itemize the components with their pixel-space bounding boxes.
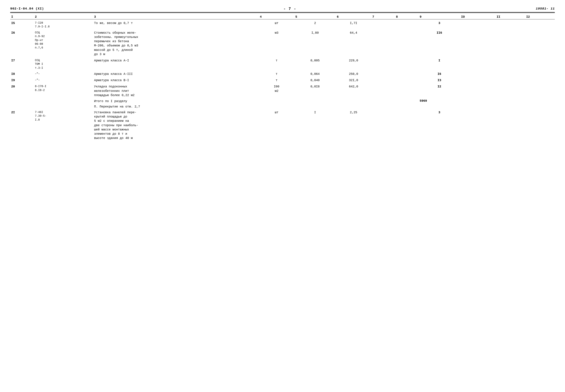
row-price: 642,0 xyxy=(336,83,371,98)
top-divider xyxy=(10,12,555,13)
row-col8 xyxy=(395,77,419,83)
row-col11 xyxy=(495,57,525,70)
row-qty: I xyxy=(294,109,336,141)
row-col10 xyxy=(460,109,495,141)
row-col9: I xyxy=(419,57,460,70)
section-desc: П. Перекрытие на отм. 2,7 xyxy=(93,104,555,109)
table-row: I5 7-I287.9-I-I.8 То же, весом до 0,7 т … xyxy=(10,19,555,29)
row-col7 xyxy=(371,109,395,141)
table-row: I9 –"– Арматура класса В-I т 0,040 32I,0… xyxy=(10,77,555,83)
page-header: 902-I-84.84 (XI) - 7 - 19581- 11 xyxy=(10,7,555,11)
row-price: 250,0 xyxy=(336,70,371,77)
row-qty: 0,0I8 xyxy=(294,83,336,98)
row-col9: I3 xyxy=(419,77,460,83)
row-col12 xyxy=(525,83,555,98)
row-col7 xyxy=(371,19,395,29)
row-col12 xyxy=(525,57,555,70)
subtotal-col10 xyxy=(460,98,495,104)
row-col8 xyxy=(395,57,419,70)
row-number: I8 xyxy=(10,70,34,77)
row-col8 xyxy=(395,19,419,29)
row-price: 64,4 xyxy=(336,29,371,57)
row-col9: 3 xyxy=(419,19,460,29)
table-row: 2I 7-46I7.39-5-I.8 Установка панелей пер… xyxy=(10,109,555,141)
row-ref: 7-I287.9-I-I.8 xyxy=(34,19,93,29)
row-col10 xyxy=(460,29,495,57)
row-price: I,7I xyxy=(336,19,371,29)
subtotal-price xyxy=(336,98,371,104)
row-unit: т xyxy=(259,70,294,77)
row-qty: 0,064 xyxy=(294,70,336,77)
table-row: I6 ССЦп.9-92Пр-нт06-08п.7,6 Стоимость об… xyxy=(10,29,555,57)
col-header-2: 2 xyxy=(34,14,93,19)
row-unit: т xyxy=(259,77,294,83)
col-header-12: I2 xyxy=(525,14,555,19)
row-ref: ССЦТОМ Iт.3-I xyxy=(34,57,93,70)
row-col7 xyxy=(371,77,395,83)
row-ref: –"– xyxy=(34,70,93,77)
doc-id: 19581- 11 xyxy=(536,7,555,11)
row-description: Арматура класса В-I xyxy=(93,77,259,83)
row-unit: м3 xyxy=(259,29,294,57)
col-header-8: 8 xyxy=(395,14,419,19)
row-col7 xyxy=(371,57,395,70)
row-col8 xyxy=(395,109,419,141)
row-qty: I,80 xyxy=(294,29,336,57)
row-number: 20 xyxy=(10,83,34,98)
row-number: I5 xyxy=(10,19,34,29)
row-col11 xyxy=(495,77,525,83)
row-col12 xyxy=(525,109,555,141)
row-col12 xyxy=(525,70,555,77)
page-number: - 7 - xyxy=(283,7,296,11)
row-col12 xyxy=(525,19,555,29)
row-col10 xyxy=(460,57,495,70)
subtotal-unit xyxy=(259,98,294,104)
subtotal-col12 xyxy=(525,98,555,104)
subtotal-num xyxy=(10,98,34,104)
row-col10 xyxy=(460,83,495,98)
row-ref: ССЦп.9-92Пр-нт06-08п.7,6 xyxy=(34,29,93,57)
row-price: 32I,0 xyxy=(336,77,371,83)
row-ref: 8-I78-I8.I8-2 xyxy=(34,83,93,98)
table-row: I8 –"– Арматура класса А-III т 0,064 250… xyxy=(10,70,555,77)
table-row: 20 8-I78-I8.I8-2 Укладка подоконныхжелез… xyxy=(10,83,555,98)
row-ref: –"– xyxy=(34,77,93,83)
row-description: Укладка подоконныхжелезобетонних плитпло… xyxy=(93,83,259,98)
row-unit: шт xyxy=(259,19,294,29)
row-col9: I6 xyxy=(419,70,460,77)
section-title-row: П. Перекрытие на отм. 2,7 xyxy=(10,104,555,109)
row-col7 xyxy=(371,70,395,77)
row-col7 xyxy=(371,83,395,98)
col-header-1: I xyxy=(10,14,34,19)
row-price: 2,25 xyxy=(336,109,371,141)
row-col9: I2 xyxy=(419,83,460,98)
row-col11 xyxy=(495,29,525,57)
section-ref xyxy=(34,104,93,109)
col-header-4: 4 xyxy=(259,14,294,19)
row-col11 xyxy=(495,83,525,98)
row-description: Арматура класса А-I xyxy=(93,57,259,70)
row-col10 xyxy=(460,77,495,83)
main-table: I 2 3 4 5 6 7 8 9 IO II I2 I5 7-I287.9-I… xyxy=(10,14,555,141)
subtotal-row: Итого по I разделу 5969 xyxy=(10,98,555,104)
doc-number: 902-I-84.84 (XI) xyxy=(10,7,44,11)
row-col10 xyxy=(460,70,495,77)
row-col12 xyxy=(525,29,555,57)
col-header-10: IO xyxy=(460,14,495,19)
row-qty: 2 xyxy=(294,19,336,29)
col-header-5: 5 xyxy=(294,14,336,19)
table-row: I7 ССЦТОМ Iт.3-I Арматура класса А-I т 0… xyxy=(10,57,555,70)
row-description: Стоимость оборных желе-зобетонны. прямоу… xyxy=(93,29,259,57)
col-header-9: 9 xyxy=(419,14,460,19)
row-col8 xyxy=(395,70,419,77)
row-number: I7 xyxy=(10,57,34,70)
row-qty: 0,040 xyxy=(294,77,336,83)
subtotal-col11 xyxy=(495,98,525,104)
subtotal-desc: Итого по I разделу xyxy=(93,98,259,104)
row-ref: 7-46I7.39-5-I.8 xyxy=(34,109,93,141)
subtotal-col8 xyxy=(395,98,419,104)
row-unit: I00м2 xyxy=(259,83,294,98)
row-number: I6 xyxy=(10,29,34,57)
row-col12 xyxy=(525,77,555,83)
row-description: Установка панелей пере-крытий площадью д… xyxy=(93,109,259,141)
